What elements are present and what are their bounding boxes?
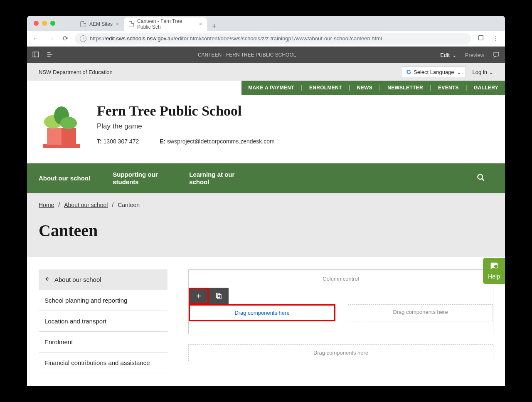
breadcrumb-link[interactable]: About our school — [64, 202, 108, 208]
drop-zone-selected[interactable]: Drag components here — [189, 304, 335, 321]
page-title: Canteen — [39, 221, 493, 240]
side-panel-icon[interactable] — [32, 51, 39, 59]
school-logo[interactable] — [39, 103, 84, 151]
close-window-button[interactable] — [34, 21, 39, 26]
utility-nav: MAKE A PAYMENT| ENROLMENT| NEWS| NEWSLET… — [27, 81, 505, 95]
address-bar[interactable]: i https://edit.sws.schools.nsw.gov.au/ed… — [75, 33, 471, 44]
drop-zone[interactable]: Drag components here — [348, 304, 493, 321]
close-tab-icon[interactable]: × — [199, 21, 202, 27]
language-selector[interactable]: G Select Language ⌄ — [402, 67, 466, 77]
tab-title: AEM Sites — [89, 21, 113, 27]
chevron-down-icon: ⌄ — [452, 52, 457, 58]
utility-link-enrolment[interactable]: ENROLMENT — [303, 81, 349, 95]
page-icon — [129, 21, 134, 27]
utility-link-newsletter[interactable]: NEWSLETTER — [381, 81, 430, 95]
sidebar-nav: About our school School planning and rep… — [39, 269, 167, 373]
aem-page-title: CANTEEN - FERN TREE PUBLIC SCHOOL — [54, 52, 440, 58]
school-tagline: Play the game — [97, 122, 275, 131]
annotate-icon[interactable] — [493, 51, 500, 59]
browser-toolbar: ← → ⟳ i https://edit.sws.schools.nsw.gov… — [27, 31, 505, 47]
svg-rect-0 — [33, 52, 39, 57]
svg-rect-14 — [217, 293, 220, 298]
maximize-window-button[interactable] — [50, 21, 55, 26]
browser-tab-active[interactable]: Canteen - Fern Tree Public Sch × — [124, 17, 207, 31]
google-icon: G — [406, 69, 411, 75]
chevron-down-icon: ⌄ — [457, 69, 461, 75]
column-control-component[interactable]: Column control Drag components here Drag… — [188, 269, 493, 334]
sidebar-item[interactable]: Enrolment — [39, 332, 167, 353]
arrow-left-icon — [44, 276, 50, 283]
svg-rect-5 — [494, 52, 499, 56]
school-name: Fern Tree Public School — [97, 103, 275, 119]
nav-about[interactable]: About our school — [39, 167, 103, 190]
page-info-icon[interactable] — [46, 51, 54, 59]
sidebar-item-parent[interactable]: About our school — [39, 269, 167, 290]
aem-editor-bar: CANTEEN - FERN TREE PUBLIC SCHOOL Edit ⌄… — [27, 47, 505, 63]
url-text: https://edit.sws.schools.nsw.gov.au/edit… — [90, 35, 382, 42]
nav-supporting[interactable]: Supporting our students — [113, 163, 179, 193]
minimize-window-button[interactable] — [42, 21, 47, 26]
extension-icon[interactable] — [476, 33, 486, 44]
page-icon — [80, 21, 86, 27]
phone: T: 1300 307 472 — [97, 138, 139, 145]
site-info-icon[interactable]: i — [80, 35, 86, 42]
main-content: Column control Drag components here Drag… — [188, 269, 493, 373]
back-button[interactable]: ← — [31, 33, 41, 44]
browser-menu-icon[interactable]: ⋮ — [491, 33, 501, 44]
svg-point-12 — [478, 175, 483, 180]
utility-link-events[interactable]: EVENTS — [431, 81, 466, 95]
svg-point-11 — [60, 117, 77, 129]
new-tab-button[interactable]: + — [212, 22, 217, 31]
page-header-region: Home / About our school / Canteen Cantee… — [27, 193, 505, 257]
email: E: swsproject@detcorpcomms.zendesk.com — [160, 138, 274, 145]
chat-icon — [488, 262, 500, 272]
utility-link-gallery[interactable]: GALLERY — [467, 81, 505, 95]
svg-rect-8 — [62, 128, 76, 145]
help-widget[interactable]: Help — [483, 258, 505, 284]
department-bar: NSW Department of Education G Select Lan… — [27, 63, 505, 81]
preview-button[interactable]: Preview — [465, 52, 484, 58]
reload-button[interactable]: ⟳ — [61, 33, 70, 44]
browser-tab-strip: AEM Sites × Canteen - Fern Tree Public S… — [27, 16, 505, 31]
svg-rect-15 — [218, 294, 221, 299]
help-label: Help — [488, 273, 500, 280]
drop-zone[interactable]: Drag components here — [188, 344, 493, 361]
svg-line-13 — [482, 179, 484, 181]
edit-mode-dropdown[interactable]: Edit ⌄ — [440, 52, 456, 58]
content-region: About our school School planning and rep… — [27, 257, 505, 386]
breadcrumb-link[interactable]: Home — [39, 202, 54, 208]
window-controls — [30, 21, 59, 26]
site-header: Fern Tree Public School Play the game T:… — [27, 95, 505, 163]
svg-point-16 — [494, 265, 498, 268]
utility-link-news[interactable]: NEWS — [350, 81, 379, 95]
search-icon[interactable] — [468, 173, 493, 183]
component-toolbar — [189, 288, 229, 304]
nav-learning[interactable]: Learning at our school — [189, 163, 256, 193]
close-tab-icon[interactable]: × — [116, 21, 119, 27]
sidebar-item[interactable]: Financial contributions and assistance — [39, 353, 167, 373]
forward-button[interactable]: → — [46, 33, 56, 44]
insert-component-button[interactable] — [189, 288, 209, 304]
breadcrumb: Home / About our school / Canteen — [39, 202, 493, 208]
department-name: NSW Department of Education — [39, 69, 113, 75]
sidebar-item[interactable]: Location and transport — [39, 311, 167, 332]
browser-tab[interactable]: AEM Sites × — [75, 17, 124, 31]
paste-component-button[interactable] — [209, 288, 229, 304]
main-nav: About our school Supporting our students… — [27, 163, 505, 193]
breadcrumb-current: Canteen — [118, 202, 140, 208]
login-button[interactable]: Log in ⌄ — [473, 69, 493, 75]
sidebar-item[interactable]: School planning and reporting — [39, 290, 167, 311]
svg-rect-7 — [47, 128, 62, 145]
chevron-down-icon: ⌄ — [489, 69, 493, 75]
tab-title: Canteen - Fern Tree Public Sch — [137, 18, 196, 30]
component-label: Column control — [189, 270, 493, 288]
utility-link-payment[interactable]: MAKE A PAYMENT — [241, 81, 301, 95]
